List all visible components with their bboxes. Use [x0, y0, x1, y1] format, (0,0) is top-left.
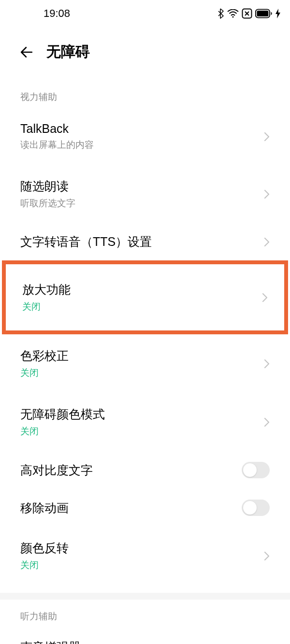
item-color-correction[interactable]: 色彩校正 关闭: [0, 334, 290, 393]
toggle-knob: [243, 463, 257, 477]
item-title: 高对比度文字: [20, 462, 93, 478]
chevron-right-icon: [264, 189, 270, 199]
item-status: 关闭: [20, 559, 69, 572]
item-title: 颜色反转: [20, 540, 69, 556]
wifi-icon: [227, 9, 239, 18]
item-select-to-speak[interactable]: 随选朗读 听取所选文字: [0, 165, 290, 223]
item-title: 移除动画: [20, 500, 69, 516]
bluetooth-icon: [218, 8, 224, 19]
highlight-box: 放大功能 关闭: [2, 260, 288, 334]
svg-point-0: [232, 16, 234, 17]
chevron-right-icon: [264, 551, 270, 561]
item-status: 关闭: [20, 367, 69, 379]
item-sound-amplifier[interactable]: 声音增强器 使用耳机改善音频效果: [0, 626, 290, 644]
item-high-contrast[interactable]: 高对比度文字: [0, 451, 290, 489]
item-title: TalkBack: [20, 122, 94, 136]
status-bar: 19:08: [0, 0, 290, 27]
item-title: 放大功能: [22, 282, 71, 298]
toggle-remove-animation[interactable]: [242, 500, 270, 516]
item-subtitle: 听取所选文字: [20, 197, 75, 210]
header: 无障碍: [0, 27, 290, 72]
svg-rect-3: [257, 11, 268, 16]
item-accessible-color[interactable]: 无障碍颜色模式 关闭: [0, 393, 290, 451]
item-title: 随选朗读: [20, 178, 75, 194]
item-tts[interactable]: 文字转语音（TTS）设置: [0, 223, 290, 260]
item-status: 关闭: [20, 425, 105, 438]
item-color-invert[interactable]: 颜色反转 关闭: [0, 527, 290, 585]
section-divider: [0, 593, 290, 600]
battery-icon: [255, 9, 273, 18]
back-arrow-icon[interactable]: [20, 46, 33, 58]
section-visual-label: 视力辅助: [0, 72, 290, 108]
item-remove-animation[interactable]: 移除动画: [0, 489, 290, 527]
chevron-right-icon: [264, 132, 270, 142]
item-title: 文字转语音（TTS）设置: [20, 234, 152, 250]
item-magnify[interactable]: 放大功能 关闭: [6, 264, 284, 330]
chevron-right-icon: [264, 417, 270, 427]
item-status: 关闭: [22, 301, 71, 313]
status-time: 19:08: [44, 7, 70, 20]
chevron-right-icon: [262, 293, 268, 302]
chevron-right-icon: [264, 237, 270, 247]
charging-icon: [276, 9, 280, 18]
close-box-icon: [242, 8, 252, 19]
status-icons: [218, 8, 280, 19]
toggle-high-contrast[interactable]: [242, 462, 270, 478]
item-title: 色彩校正: [20, 348, 69, 364]
item-subtitle: 读出屏幕上的内容: [20, 139, 94, 151]
section-hearing-label: 听力辅助: [0, 600, 290, 626]
item-title: 无障碍颜色模式: [20, 406, 105, 422]
chevron-right-icon: [264, 359, 270, 369]
item-title: 声音增强器: [20, 639, 112, 644]
toggle-knob: [243, 501, 257, 515]
item-talkback[interactable]: TalkBack 读出屏幕上的内容: [0, 108, 290, 165]
page-title: 无障碍: [46, 42, 90, 62]
